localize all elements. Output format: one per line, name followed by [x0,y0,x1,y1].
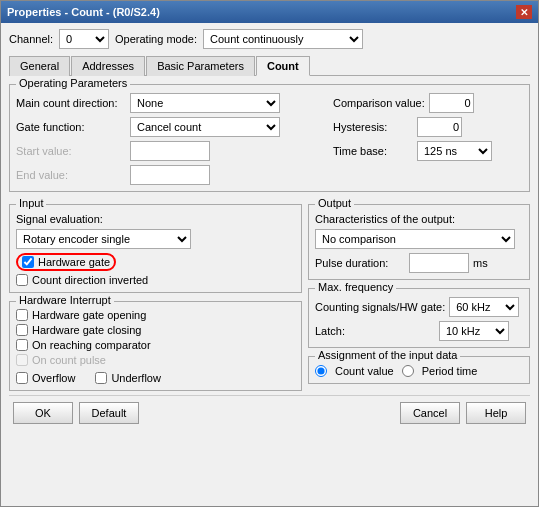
main-window: Properties - Count - (R0/S2.4) ✕ Channel… [0,0,539,507]
time-base-label: Time base: [333,145,413,157]
op-right: Comparison value: Hysteresis: Time base:… [333,89,523,185]
hardware-gate-label: Hardware gate [38,256,110,268]
max-freq-title: Max. frequency [315,281,396,293]
hysteresis-input[interactable] [417,117,462,137]
hw-interrupt-title: Hardware Interrupt [16,294,114,306]
on-reaching-comparator-row: On reaching comparator [16,339,295,351]
comparison-value-label: Comparison value: [333,97,425,109]
comparison-value-input[interactable] [429,93,474,113]
help-button[interactable]: Help [466,402,526,424]
hardware-gate-highlight: Hardware gate [16,253,116,271]
main-two-col: Input Signal evaluation: Rotary encoder … [9,200,530,391]
hw-gate-opening-row: Hardware gate opening [16,309,295,321]
main-count-dir-select[interactable]: None [130,93,280,113]
time-base-row: Time base: 125 ns [333,141,523,161]
close-button[interactable]: ✕ [516,5,532,19]
pulse-dur-label: Pulse duration: [315,257,405,269]
on-count-pulse-label: On count pulse [32,354,106,366]
hw-interrupt-group: Hardware Interrupt Hardware gate opening… [9,301,302,391]
tab-basic-parameters[interactable]: Basic Parameters [146,56,255,76]
opmode-select[interactable]: Count continuously [203,29,363,49]
on-count-pulse-checkbox[interactable] [16,354,28,366]
period-time-radio[interactable] [402,365,414,377]
input-group-title: Input [16,197,46,209]
hardware-gate-checkbox[interactable] [22,256,34,268]
chars-label-row: Characteristics of the output: [315,213,523,225]
assignment-group: Assignment of the input data Count value… [308,356,530,384]
header-row: Channel: 0 Operating mode: Count continu… [9,29,530,49]
overflow-checkbox[interactable] [16,372,28,384]
hysteresis-row: Hysteresis: [333,117,523,137]
chars-select-row: No comparison [315,229,523,249]
output-group-title: Output [315,197,354,209]
opmode-label: Operating mode: [115,33,197,45]
start-value-input[interactable] [130,141,210,161]
hw-gate-opening-checkbox[interactable] [16,309,28,321]
tab-bar: General Addresses Basic Parameters Count [9,55,530,76]
hw-gate-closing-row: Hardware gate closing [16,324,295,336]
count-dir-inverted-label: Count direction inverted [32,274,148,286]
window-title: Properties - Count - (R0/S2.4) [7,6,160,18]
period-time-label: Period time [422,365,478,377]
latch-label: Latch: [315,325,435,337]
signal-eval-label: Signal evaluation: [16,213,116,225]
count-value-radio[interactable] [315,365,327,377]
overflow-label: Overflow [32,372,75,384]
signal-eval-row: Signal evaluation: [16,213,295,225]
button-bar: OK Default Cancel Help [9,395,530,428]
tab-general[interactable]: General [9,56,70,76]
counting-label: Counting signals/HW gate: [315,301,445,313]
gate-function-select[interactable]: Cancel count [130,117,280,137]
underflow-label: Underflow [111,372,161,384]
count-dir-inverted-checkbox[interactable] [16,274,28,286]
hw-gate-opening-label: Hardware gate opening [32,309,146,321]
chars-label: Characteristics of the output: [315,213,455,225]
start-value-label: Start value: [16,145,126,157]
default-button[interactable]: Default [79,402,139,424]
title-bar: Properties - Count - (R0/S2.4) ✕ [1,1,538,23]
on-reaching-comparator-label: On reaching comparator [32,339,151,351]
time-base-select[interactable]: 125 ns [417,141,492,161]
main-count-dir-row: Main count direction: None [16,93,323,113]
comparison-value-row: Comparison value: [333,93,523,113]
cancel-button[interactable]: Cancel [400,402,460,424]
overflow-underflow-row: Overflow Underflow [16,369,295,384]
op-left: Main count direction: None Gate function… [16,89,323,185]
hardware-gate-row: Hardware gate [16,253,295,271]
tab-addresses[interactable]: Addresses [71,56,145,76]
signal-eval-select[interactable]: Rotary encoder single [16,229,191,249]
counting-select[interactable]: 60 kHz [449,297,519,317]
counting-row: Counting signals/HW gate: 60 kHz [315,297,523,317]
input-group: Input Signal evaluation: Rotary encoder … [9,204,302,293]
right-buttons: Cancel Help [400,402,526,424]
end-value-label: End value: [16,169,126,181]
count-dir-inverted-row: Count direction inverted [16,274,295,286]
ok-button[interactable]: OK [13,402,73,424]
pulse-dur-input[interactable] [409,253,469,273]
tab-count[interactable]: Count [256,56,310,76]
operating-params-content: Main count direction: None Gate function… [16,89,523,185]
latch-select[interactable]: 10 kHz [439,321,509,341]
chars-select[interactable]: No comparison [315,229,515,249]
main-count-dir-label: Main count direction: [16,97,126,109]
overflow-row: Overflow [16,372,75,384]
end-value-input[interactable] [130,165,210,185]
channel-select[interactable]: 0 [59,29,109,49]
gate-function-row: Gate function: Cancel count [16,117,323,137]
hysteresis-label: Hysteresis: [333,121,413,133]
hw-gate-closing-checkbox[interactable] [16,324,28,336]
operating-params-title: Operating Parameters [16,77,130,89]
dialog-content: Channel: 0 Operating mode: Count continu… [1,23,538,506]
hw-gate-closing-label: Hardware gate closing [32,324,141,336]
left-column: Input Signal evaluation: Rotary encoder … [9,200,302,391]
underflow-checkbox[interactable] [95,372,107,384]
operating-params-group: Operating Parameters Main count directio… [9,84,530,192]
assignment-row: Count value Period time [315,365,523,377]
output-group: Output Characteristics of the output: No… [308,204,530,280]
on-reaching-comparator-checkbox[interactable] [16,339,28,351]
left-buttons: OK Default [13,402,139,424]
channel-label: Channel: [9,33,53,45]
latch-row: Latch: 10 kHz [315,321,523,341]
right-column: Output Characteristics of the output: No… [308,200,530,391]
on-count-pulse-row: On count pulse [16,354,295,366]
